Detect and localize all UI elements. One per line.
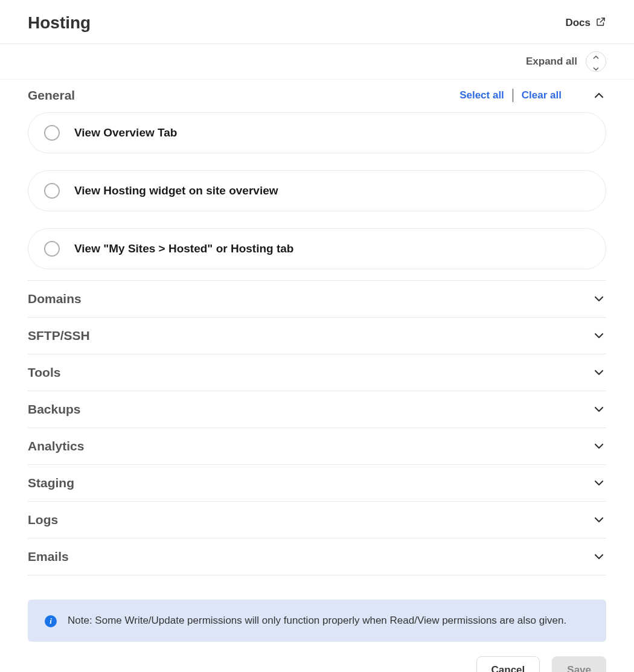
chevron-down-icon — [592, 439, 606, 453]
section-title: SFTP/SSH — [28, 328, 90, 343]
save-button[interactable]: Save — [552, 656, 606, 672]
section-header-general[interactable]: General Select all Clear all — [28, 80, 606, 107]
chevron-down-icon — [592, 365, 606, 380]
chevron-down-icon — [592, 402, 606, 417]
section-sftp-ssh: SFTP/SSH — [28, 318, 606, 354]
section-header-emails[interactable]: Emails — [28, 539, 606, 575]
section-title: Emails — [28, 549, 69, 564]
section-backups: Backups — [28, 391, 606, 428]
expand-toolbar: Expand all — [0, 44, 634, 80]
chevron-up-icon — [592, 88, 606, 103]
permission-item[interactable]: View "My Sites > Hosted" or Hosting tab — [28, 228, 606, 269]
expand-all-toggle[interactable] — [586, 51, 606, 72]
chevron-down-icon — [592, 292, 606, 306]
permission-radio[interactable] — [44, 241, 60, 257]
notice-text: Note: Some Write/Update permissions will… — [68, 613, 566, 629]
permission-radio[interactable] — [44, 125, 60, 141]
chevron-down-icon — [592, 549, 606, 564]
permission-label: View Overview Tab — [74, 126, 177, 139]
permission-label: View "My Sites > Hosted" or Hosting tab — [74, 242, 293, 255]
section-title: Analytics — [28, 439, 84, 453]
section-title: Backups — [28, 402, 81, 417]
chevron-down-icon — [592, 476, 606, 490]
section-title: Logs — [28, 513, 58, 527]
permission-item[interactable]: View Hosting widget on site overview — [28, 170, 606, 211]
page-header: Hosting Docs — [0, 0, 634, 44]
permission-item[interactable]: View Overview Tab — [28, 112, 606, 153]
select-all-link[interactable]: Select all — [459, 89, 504, 101]
external-link-icon — [595, 16, 606, 30]
permission-list-general: View Overview Tab View Hosting widget on… — [28, 107, 606, 281]
section-analytics: Analytics — [28, 428, 606, 465]
section-general: General Select all Clear all View Overvi… — [28, 80, 606, 281]
section-title: Domains — [28, 292, 82, 306]
section-title: Tools — [28, 365, 60, 380]
permission-label: View Hosting widget on site overview — [74, 184, 278, 197]
section-header-domains[interactable]: Domains — [28, 281, 606, 318]
section-header-analytics[interactable]: Analytics — [28, 428, 606, 465]
chevron-down-icon — [593, 62, 599, 73]
section-actions: Select all Clear all — [459, 88, 606, 103]
permission-radio[interactable] — [44, 183, 60, 199]
section-header-staging[interactable]: Staging — [28, 465, 606, 502]
section-header-backups[interactable]: Backups — [28, 391, 606, 428]
section-header-logs[interactable]: Logs — [28, 502, 606, 539]
clear-all-link[interactable]: Clear all — [522, 89, 562, 101]
docs-link[interactable]: Docs — [565, 16, 606, 30]
footer-actions: Cancel Save — [0, 642, 634, 672]
info-icon: i — [45, 615, 57, 627]
chevron-down-icon — [592, 513, 606, 527]
expand-all-label: Expand all — [526, 56, 577, 68]
section-domains: Domains — [28, 281, 606, 318]
page-title: Hosting — [28, 13, 91, 33]
section-emails: Emails — [28, 539, 606, 575]
section-logs: Logs — [28, 502, 606, 539]
section-header-sftp-ssh[interactable]: SFTP/SSH — [28, 318, 606, 354]
permissions-notice: i Note: Some Write/Update permissions wi… — [28, 600, 606, 642]
action-divider — [513, 89, 513, 102]
cancel-button[interactable]: Cancel — [476, 656, 540, 672]
docs-link-label: Docs — [565, 17, 591, 29]
section-title: General — [28, 88, 75, 103]
section-tools: Tools — [28, 354, 606, 391]
chevron-down-icon — [592, 328, 606, 343]
section-header-tools[interactable]: Tools — [28, 354, 606, 391]
section-title: Staging — [28, 476, 74, 490]
chevron-up-icon — [593, 51, 599, 62]
section-staging: Staging — [28, 465, 606, 502]
